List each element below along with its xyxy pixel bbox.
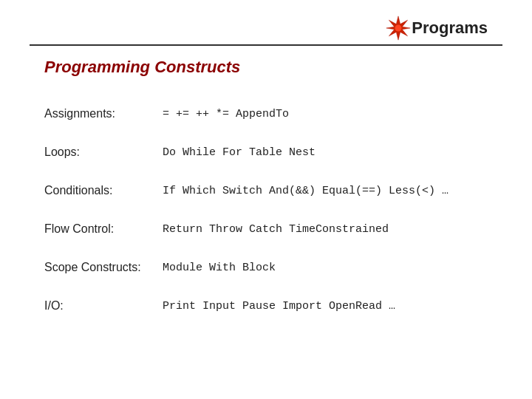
- table-row: Assignments:= += ++ *= AppendTo: [37, 95, 510, 133]
- row-label: Flow Control:: [37, 210, 155, 248]
- star-burst-icon: [385, 15, 412, 41]
- row-label: Loops:: [37, 133, 155, 171]
- row-value: = += ++ *= AppendTo: [155, 95, 510, 133]
- row-label: I/O:: [37, 287, 155, 325]
- table-row: Conditionals:If Which Switch And(&&) Equ…: [37, 171, 510, 210]
- row-value: Do While For Table Nest: [155, 133, 510, 171]
- row-label: Conditionals:: [37, 171, 155, 210]
- main-page: Programs Programming Constructs Assignme…: [0, 0, 532, 399]
- row-label: Scope Constructs:: [37, 248, 155, 287]
- constructs-table: Assignments:= += ++ *= AppendToLoops:Do …: [37, 95, 510, 325]
- table-row: I/O:Print Input Pause Import OpenRead …: [37, 287, 510, 325]
- page-header: Programs: [30, 15, 502, 46]
- row-value: Print Input Pause Import OpenRead …: [155, 287, 510, 325]
- svg-point-1: [395, 25, 402, 32]
- row-value: Return Throw Catch TimeConstrained: [155, 210, 510, 248]
- table-row: Flow Control:Return Throw Catch TimeCons…: [37, 210, 510, 248]
- row-value: If Which Switch And(&&) Equal(==) Less(<…: [155, 171, 510, 210]
- table-row: Loops:Do While For Table Nest: [37, 133, 510, 171]
- section-title: Programming Constructs: [44, 58, 502, 77]
- row-label: Assignments:: [37, 95, 155, 133]
- row-value: Module With Block: [155, 248, 510, 287]
- table-row: Scope Constructs:Module With Block: [37, 248, 510, 287]
- page-title: Programs: [412, 18, 488, 38]
